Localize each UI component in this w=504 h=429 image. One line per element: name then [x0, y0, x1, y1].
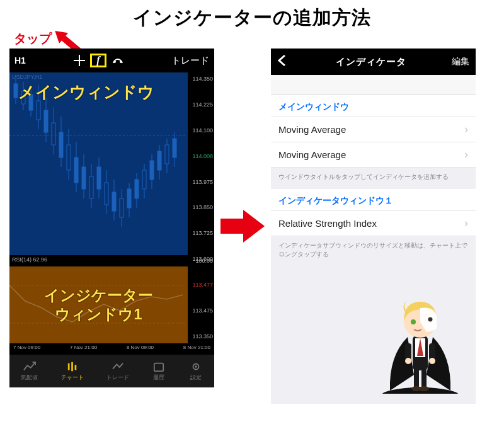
indicator-row-label: Relative Strength Index — [278, 218, 377, 229]
svg-rect-50 — [67, 363, 69, 370]
chart-area[interactable]: USDJPY,H1 — [9, 72, 214, 343]
tab-history[interactable]: 履歴 — [152, 361, 166, 382]
svg-point-69 — [405, 358, 411, 364]
svg-point-65 — [428, 317, 433, 322]
svg-point-63 — [419, 386, 429, 391]
chart-icon — [66, 361, 79, 372]
svg-rect-61 — [421, 369, 427, 387]
svg-point-55 — [195, 365, 197, 368]
quotes-icon — [23, 361, 37, 372]
svg-rect-51 — [71, 362, 73, 370]
chevron-right-icon: › — [464, 123, 468, 136]
svg-point-2 — [120, 60, 122, 63]
svg-rect-68 — [429, 343, 435, 360]
main-window-label: メインウィンドウ — [18, 81, 154, 103]
back-button[interactable] — [277, 54, 290, 69]
indicator-window-overlay: インジケーター ウィンドウ1 — [9, 266, 188, 343]
objects-icon[interactable] — [112, 54, 124, 67]
mascot-character — [382, 293, 458, 394]
svg-rect-53 — [154, 363, 163, 371]
indicators-topbar: インディケータ 編集 — [271, 49, 476, 75]
tap-callout: タップ — [14, 30, 52, 47]
svg-marker-56 — [220, 210, 265, 243]
svg-rect-60 — [414, 369, 419, 387]
chevron-right-icon: › — [464, 148, 468, 161]
edit-button[interactable]: 編集 — [452, 56, 469, 67]
chevron-right-icon: › — [464, 217, 468, 230]
indicator-row-label: Moving Average — [278, 149, 346, 160]
svg-point-66 — [411, 319, 416, 324]
rsi-label: RSI(14) 62.96 — [9, 255, 188, 266]
main-window-overlay: メインウィンドウ — [9, 72, 188, 255]
section-main-window[interactable]: メインウィンドウ — [271, 95, 476, 117]
tab-trade[interactable]: トレード — [106, 361, 129, 382]
crosshair-icon[interactable] — [74, 55, 85, 66]
indicator-row-label: Moving Average — [278, 124, 346, 135]
bottom-tabbar: 気配値 チャート トレード 履歴 設定 — [9, 355, 214, 387]
indicators-fx-button[interactable]: f — [90, 54, 106, 67]
page-title: インジケーターの追加方法 — [0, 0, 504, 31]
timeframe-label[interactable]: H1 — [14, 55, 36, 66]
spacer-strip — [271, 75, 476, 95]
indicators-title: インディケータ — [290, 56, 452, 68]
flow-arrow-icon — [214, 207, 271, 245]
indicator-row[interactable]: Relative Strength Index › — [271, 211, 476, 236]
tab-quotes[interactable]: 気配値 — [21, 361, 38, 382]
svg-rect-52 — [74, 365, 76, 370]
chart-topbar: H1 f トレード — [9, 49, 214, 72]
tab-settings[interactable]: 設定 — [189, 361, 203, 382]
indicators-screen: インディケータ 編集 メインウィンドウ Moving Average › Mov… — [271, 49, 476, 404]
history-icon — [152, 361, 166, 372]
trade-icon — [111, 361, 125, 372]
hint-text: ウインドウタイトルをタップしてインディケータを追加する — [271, 168, 476, 189]
chart-screen: H1 f トレード USDJPY,H1 — [9, 49, 214, 387]
trade-button[interactable]: トレード — [171, 55, 209, 67]
indicator-window-label: インジケーター ウィンドウ1 — [44, 286, 153, 324]
svg-rect-67 — [405, 343, 411, 360]
tab-chart[interactable]: チャート — [61, 361, 84, 382]
indicator-row[interactable]: Moving Average › — [271, 117, 476, 142]
indicator-row[interactable]: Moving Average › — [271, 142, 476, 168]
svg-point-70 — [429, 358, 435, 364]
chart-y-axis: 114.350114.225 114.100114.008 113.975113… — [188, 72, 214, 343]
section-indicator-window-1[interactable]: インディケータウィンドウ１ — [271, 189, 476, 211]
gear-icon — [189, 361, 203, 372]
chart-x-axis: 7 Nov 09:007 Nov 21:00 8 Nov 09:008 Nov … — [9, 343, 214, 355]
hint-text: インディケータサブウィンドウのリサイズと移動は、チャート上でロングタップする — [271, 236, 476, 266]
chevron-left-icon — [277, 54, 286, 67]
svg-point-1 — [113, 60, 116, 63]
